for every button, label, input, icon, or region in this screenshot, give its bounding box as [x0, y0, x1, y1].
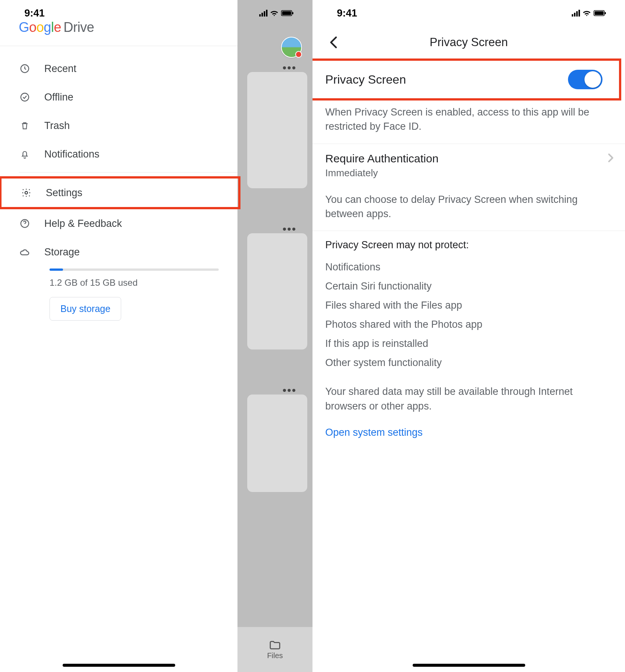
- status-time: 9:41: [337, 8, 357, 19]
- home-indicator: [63, 664, 175, 667]
- svg-rect-9: [605, 12, 606, 14]
- list-item: Notifications: [325, 258, 612, 277]
- delay-description: You can choose to delay Privacy Screen w…: [312, 186, 625, 231]
- shared-data-note: Your shared data may still be available …: [312, 375, 625, 417]
- nav-storage[interactable]: Storage: [0, 238, 237, 266]
- navigation-drawer: 9:41 Google Drive Recent Offline: [0, 0, 237, 672]
- storage-usage-text: 1.2 GB of 15 GB used: [50, 278, 219, 288]
- chevron-right-icon: [608, 153, 614, 164]
- file-card[interactable]: [247, 394, 307, 492]
- nav-label: Recent: [44, 63, 77, 75]
- nav-notifications[interactable]: Notifications: [0, 140, 237, 168]
- help-icon: [19, 218, 31, 230]
- gear-icon: [20, 187, 32, 199]
- nav-label: Offline: [44, 92, 74, 103]
- page-title: Privacy Screen: [430, 36, 508, 49]
- nav-label: Help & Feedback: [44, 218, 122, 230]
- nav-settings[interactable]: Settings: [0, 176, 240, 209]
- cloud-icon: [19, 246, 31, 258]
- nav-label: Settings: [46, 187, 83, 199]
- list-item: Photos shared with the Photos app: [325, 315, 612, 334]
- privacy-screen-description: When Privacy Screen is enabled, access t…: [312, 100, 625, 144]
- divider: [19, 172, 237, 172]
- tab-files[interactable]: Files: [237, 627, 312, 672]
- file-card[interactable]: [247, 72, 307, 188]
- list-item: Other system functionality: [325, 353, 612, 372]
- nav-label: Trash: [44, 120, 70, 132]
- storage-bar: [50, 268, 219, 271]
- list-item: If this app is reinstalled: [325, 334, 612, 353]
- nav-trash[interactable]: Trash: [0, 111, 237, 140]
- nav-label: Notifications: [44, 148, 99, 160]
- offline-icon: [19, 91, 31, 103]
- cellular-icon: [572, 10, 580, 16]
- svg-rect-8: [595, 11, 604, 15]
- svg-point-1: [21, 93, 29, 101]
- back-button[interactable]: [326, 35, 341, 50]
- trash-icon: [19, 120, 31, 132]
- nav-offline[interactable]: Offline: [0, 83, 237, 111]
- highlight-box: Privacy Screen: [310, 58, 621, 100]
- battery-icon: [593, 10, 606, 16]
- status-bar: 9:41: [312, 0, 625, 26]
- bell-icon: [19, 148, 31, 160]
- nav-help[interactable]: Help & Feedback: [0, 209, 237, 238]
- buy-storage-button[interactable]: Buy storage: [50, 297, 121, 321]
- list-item: Certain Siri functionality: [325, 277, 612, 296]
- nav-recent[interactable]: Recent: [0, 54, 237, 83]
- require-auth-title: Require Authentication: [325, 152, 439, 165]
- status-bar: 9:41: [0, 0, 237, 26]
- home-indicator: [413, 664, 525, 667]
- status-time: 9:41: [24, 8, 45, 19]
- require-authentication-row[interactable]: Require Authentication: [312, 144, 625, 167]
- list-item: Files shared with the Files app: [325, 296, 612, 315]
- protect-list-head: Privacy Screen may not protect:: [325, 239, 612, 251]
- privacy-screen-toggle[interactable]: [568, 70, 602, 89]
- avatar[interactable]: [281, 37, 302, 58]
- file-card[interactable]: [247, 233, 307, 350]
- require-auth-value: Immediately: [312, 167, 625, 186]
- nav-label: Storage: [44, 246, 80, 258]
- status-icons: [572, 10, 606, 16]
- clock-icon: [19, 63, 31, 75]
- privacy-screen-label: Privacy Screen: [325, 73, 406, 87]
- wifi-icon: [582, 10, 591, 16]
- dimmed-background: ••• ••• ••• Files: [237, 0, 312, 672]
- open-system-settings-link[interactable]: Open system settings: [312, 417, 625, 448]
- svg-point-2: [25, 192, 28, 194]
- tab-files-label: Files: [267, 651, 283, 660]
